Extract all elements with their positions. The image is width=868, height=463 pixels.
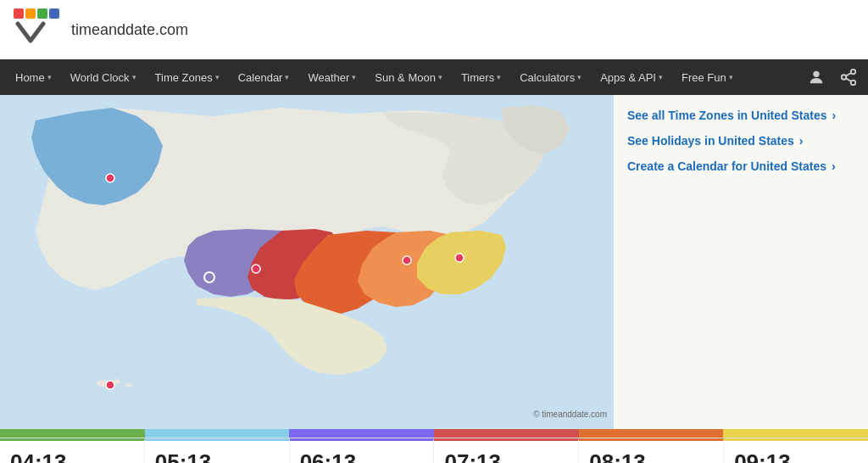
nav-worldclock-arrow: ▾ xyxy=(132,73,136,81)
tz-bar-segment-0 xyxy=(0,429,145,438)
clock-time-4: 08:13 xyxy=(589,449,713,463)
svg-point-6 xyxy=(842,75,847,80)
tz-bar-segment-1 xyxy=(145,429,290,438)
clock-cell-3: 07:13Salt Lake CityMST xyxy=(434,438,579,463)
nav-world-clock[interactable]: World Clock ▾ xyxy=(62,59,145,95)
nav-calendar[interactable]: Calendar ▾ xyxy=(230,59,298,95)
svg-point-17 xyxy=(252,265,260,273)
nav-freefun-arrow: ▾ xyxy=(729,73,733,81)
clock-cell-0: 04:13HonoluluHST xyxy=(0,438,145,463)
nav-icon-group xyxy=(804,64,861,90)
svg-point-15 xyxy=(106,174,114,182)
create-calendar-link[interactable]: Create a Calendar for United States › xyxy=(627,159,854,173)
nav-time-zones[interactable]: Time Zones ▾ xyxy=(147,59,228,95)
share-icon-button[interactable] xyxy=(836,64,861,90)
nav-sunmoon-arrow: ▾ xyxy=(438,73,442,81)
svg-point-19 xyxy=(455,254,464,262)
map-area: © timeanddate.com xyxy=(0,95,614,429)
clock-time-1: 05:13 xyxy=(155,449,279,463)
clock-cell-4: 08:13ChicagoCST xyxy=(579,438,724,463)
svg-point-4 xyxy=(813,71,819,77)
svg-line-9 xyxy=(846,73,851,76)
calendar-link-arrow: › xyxy=(832,159,836,173)
nav-weather-arrow: ▾ xyxy=(352,73,356,81)
tz-bar-segment-3 xyxy=(434,429,579,438)
nav-timezones-arrow: ▾ xyxy=(215,73,220,81)
svg-rect-2 xyxy=(37,8,47,19)
clock-time-2: 06:13 xyxy=(300,449,424,463)
svg-rect-0 xyxy=(14,8,24,19)
clock-time-3: 07:13 xyxy=(444,449,568,463)
svg-line-8 xyxy=(846,78,851,81)
timezones-link-arrow: › xyxy=(832,109,836,122)
sidebar: See all Time Zones in United States › Se… xyxy=(614,95,868,429)
clock-cell-5: 09:13New YorkEST xyxy=(724,438,868,463)
svg-point-5 xyxy=(851,70,856,75)
clock-cell-2: 06:13Los AngelesPST xyxy=(290,438,435,463)
world-map-svg xyxy=(0,95,614,426)
nav-timers[interactable]: Timers ▾ xyxy=(453,59,509,95)
nav-apps-api[interactable]: Apps & API ▾ xyxy=(592,59,671,95)
nav-free-fun[interactable]: Free Fun ▾ xyxy=(673,59,742,95)
timezone-color-bar xyxy=(0,429,868,438)
nav-home[interactable]: Home ▾ xyxy=(7,59,60,95)
user-icon xyxy=(807,68,826,86)
nav-calculators-arrow: ▾ xyxy=(577,73,581,81)
see-holidays-link[interactable]: See Holidays in United States › xyxy=(627,134,854,148)
svg-point-7 xyxy=(851,81,856,86)
svg-point-18 xyxy=(403,256,411,265)
nav-weather[interactable]: Weather ▾ xyxy=(299,59,364,95)
clock-row: 04:13HonoluluHST05:13AnchorageAKST06:13L… xyxy=(0,438,868,463)
holidays-link-arrow: › xyxy=(799,134,804,148)
logo-icon xyxy=(14,8,64,51)
svg-point-14 xyxy=(106,381,114,389)
main-content: © timeanddate.com See all Time Zones in … xyxy=(0,95,868,429)
svg-rect-3 xyxy=(49,8,59,19)
nav-timers-arrow: ▾ xyxy=(497,73,501,81)
logo-text[interactable]: timeanddate.com xyxy=(71,21,188,39)
map-copyright: © timeanddate.com xyxy=(533,410,607,419)
nav-home-arrow: ▾ xyxy=(47,73,52,81)
nav-sun-moon[interactable]: Sun & Moon ▾ xyxy=(366,59,451,95)
nav-calendar-arrow: ▾ xyxy=(285,73,289,81)
clock-time-0: 04:13 xyxy=(10,449,134,463)
svg-rect-1 xyxy=(25,8,36,19)
tz-bar-segment-2 xyxy=(289,429,434,438)
nav-calculators[interactable]: Calculators ▾ xyxy=(511,59,590,95)
main-nav: Home ▾ World Clock ▾ Time Zones ▾ Calend… xyxy=(0,59,868,95)
see-all-timezones-link[interactable]: See all Time Zones in United States › xyxy=(627,109,854,122)
nav-appsapi-arrow: ▾ xyxy=(659,73,663,81)
tz-bar-segment-5 xyxy=(723,429,868,438)
share-icon xyxy=(839,68,858,86)
clock-cell-1: 05:13AnchorageAKST xyxy=(145,438,290,463)
logo-svg xyxy=(14,8,64,51)
tz-bar-segment-4 xyxy=(579,429,724,438)
logo-bar: timeanddate.com xyxy=(0,0,868,59)
svg-point-13 xyxy=(125,383,132,388)
clock-time-5: 09:13 xyxy=(734,449,858,463)
user-icon-button[interactable] xyxy=(804,64,829,90)
